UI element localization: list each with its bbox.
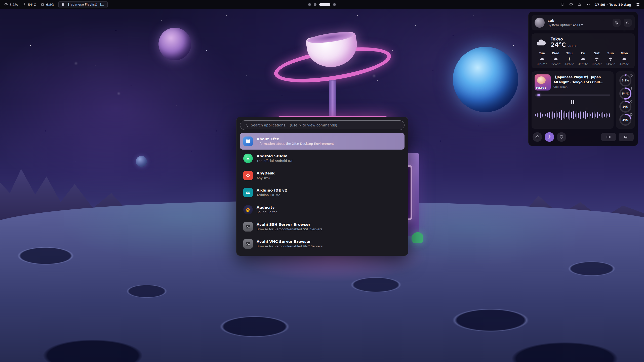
- visualizer-bar: [551, 113, 551, 117]
- screen-record-button[interactable]: [601, 133, 616, 141]
- keyboard-button[interactable]: [619, 133, 634, 141]
- music-toggle-button[interactable]: ♪: [545, 132, 554, 142]
- weather-toggle-button[interactable]: [533, 132, 542, 142]
- result-android-studio[interactable]: Android Studio The official Android IDE: [240, 150, 405, 167]
- avatar: [535, 18, 545, 28]
- launcher-search[interactable]: [240, 120, 405, 130]
- username: seb: [548, 19, 610, 23]
- now-playing-pill[interactable]: 【Japanese Playlist】 J...: [58, 1, 108, 8]
- visualizer-bar: [540, 112, 541, 118]
- result-desc: Sound Editor: [257, 210, 277, 214]
- result-name: Audacity: [257, 205, 277, 209]
- thermometer-icon: [22, 3, 26, 7]
- visualizer-bar: [599, 114, 600, 116]
- thermometer-icon: [630, 86, 633, 89]
- memory-chip-icon: [630, 99, 633, 103]
- result-desc: Browse for Zeroconf-enabled SSH Servers: [257, 227, 322, 231]
- result-desc: AnyDesk: [257, 176, 274, 180]
- result-avahi-vnc[interactable]: Avahi VNC Server Browser Browse for Zero…: [240, 236, 405, 252]
- power-button[interactable]: [624, 19, 632, 27]
- music-progress-slider[interactable]: [535, 95, 610, 96]
- pause-button[interactable]: [569, 99, 577, 105]
- apps-grid-icon[interactable]: [636, 3, 640, 7]
- visualizer-bar: [583, 112, 584, 118]
- result-desc: Information about the Xfce Desktop Envir…: [257, 142, 334, 146]
- workspace-indicator: [308, 3, 336, 6]
- cloud-icon: [535, 38, 547, 47]
- visualizer-bar: [587, 113, 588, 117]
- visualizer-bar: [542, 114, 543, 117]
- umbrella-icon: [604, 57, 618, 61]
- visualizer-bar: [580, 111, 581, 119]
- settings-button[interactable]: [613, 19, 621, 27]
- user-card: seb System Uptime: 4h11m: [532, 15, 635, 30]
- memory-stat-value: 14%: [621, 102, 630, 111]
- visualizer-bar: [585, 111, 586, 119]
- search-input[interactable]: [251, 123, 400, 127]
- track-title-line2: All Night - Tokyo LoFi Chill...: [553, 80, 603, 84]
- result-anydesk[interactable]: AnyDesk AnyDesk: [240, 167, 405, 184]
- search-icon: [244, 123, 248, 127]
- weather-temp: 24°C: [551, 41, 566, 48]
- video-camera-icon: [606, 135, 611, 139]
- notification-bell-icon[interactable]: [578, 3, 582, 7]
- visualizer-bar: [589, 112, 589, 119]
- memory-chip-icon: [41, 3, 45, 7]
- result-audacity[interactable]: Audacity Sound Editor: [240, 201, 405, 218]
- shield-toggle-button[interactable]: [557, 132, 566, 142]
- cloud-icon: [617, 57, 631, 61]
- visualizer-bar: [609, 113, 610, 117]
- top-panel-left: 3.1% 54°C 6.8G 【Japanese Playlist】 J...: [4, 1, 108, 8]
- workspace-dot-1[interactable]: [308, 3, 311, 6]
- system-stats-column: 3.1% 54°C 14% 24%: [616, 71, 635, 129]
- launcher-results: About Xfce Information about the Xfce De…: [240, 133, 405, 252]
- temp-stat: 54°C: [619, 87, 632, 100]
- music-progress-thumb[interactable]: [537, 94, 540, 96]
- network-icon[interactable]: [569, 3, 573, 7]
- pause-icon: [62, 3, 64, 6]
- result-avahi-ssh[interactable]: Avahi SSH Server Browser Browse for Zero…: [240, 218, 405, 235]
- uptime-label: System Uptime: 4h11m: [548, 23, 610, 27]
- workspace-dot-4[interactable]: [333, 3, 336, 6]
- clock[interactable]: 17:09 - Tue, 19 Aug: [595, 3, 631, 7]
- result-about-xfce[interactable]: About Xfce Information about the Xfce De…: [240, 133, 405, 150]
- visualizer-bar: [563, 112, 564, 118]
- umbrella-icon: [590, 57, 604, 61]
- cpu-stat-value: 3.1%: [621, 76, 630, 85]
- workspace-dot-3-active[interactable]: [319, 3, 330, 6]
- visualizer-bar: [549, 112, 550, 118]
- track-title-line1: 【Japanese Playlist】 Japan: [553, 75, 603, 79]
- result-name: Arduino IDE v2: [257, 188, 287, 192]
- result-name: About Xfce: [257, 137, 334, 141]
- workspace-dot-2[interactable]: [314, 3, 316, 6]
- android-studio-icon: [243, 154, 253, 163]
- visualizer-bar: [561, 110, 562, 120]
- visualizer-bar: [578, 113, 579, 118]
- sun-icon: [562, 57, 576, 61]
- visualizer-bar: [568, 112, 569, 119]
- visualizer-bar: [595, 113, 596, 117]
- visualizer-bar: [601, 113, 601, 117]
- visualizer-bar: [535, 114, 536, 116]
- terminal-icon: [243, 222, 253, 232]
- visualizer-bar: [606, 113, 607, 118]
- visualizer-bar: [582, 114, 582, 117]
- result-name: Avahi VNC Server Browser: [257, 240, 323, 244]
- forecast-day: Sun 33°/26°: [604, 52, 618, 65]
- visualizer-bar: [575, 113, 576, 117]
- temp-stat-value: 54°C: [621, 89, 630, 98]
- shield-icon: [559, 135, 564, 139]
- result-arduino[interactable]: ∞ Arduino IDE v2 Arduino IDE v2: [240, 184, 405, 201]
- volume-icon[interactable]: [586, 3, 590, 7]
- phone-link-icon[interactable]: [560, 3, 565, 7]
- forecast-day: Mon 33°/26°: [617, 52, 631, 65]
- visualizer-bar: [604, 114, 605, 117]
- forecast-day: Fri 35°/26°: [576, 52, 590, 65]
- gear-icon: [615, 21, 619, 25]
- visualizer-bar: [556, 111, 556, 120]
- visualizer-bar: [537, 113, 538, 117]
- visualizer-bar: [570, 110, 570, 120]
- power-icon: [626, 21, 630, 25]
- visualizer-bar: [594, 111, 594, 119]
- forecast-day: Tue 33°/24°: [535, 52, 549, 65]
